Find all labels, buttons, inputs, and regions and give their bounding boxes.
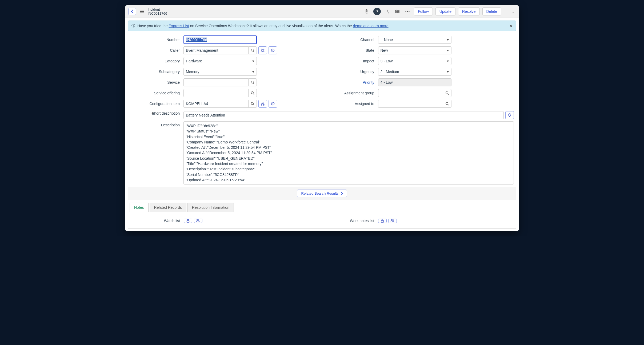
sparkle-icon[interactable] [383,8,391,15]
svg-point-26 [197,219,198,221]
svg-point-4 [407,11,408,12]
assignment-group-label: Assignment group [325,91,378,95]
description-field[interactable]: "WXP ID":"dc928e" "WXP Status":"New" "Hi… [183,121,514,184]
assigned-to-field[interactable] [378,100,443,108]
number-field[interactable]: INC0011766 [183,35,257,44]
service-offering-lookup-icon[interactable] [248,89,257,97]
form-content: ⓘ Have you tried the Express List on Ser… [125,18,519,231]
close-banner-icon[interactable]: ✕ [509,23,513,29]
form-header: Incident INC0011766 ? Follow Update Reso… [125,5,519,18]
svg-point-23 [446,92,448,94]
category-select[interactable]: Hardware [183,57,257,65]
service-offering-label: Service offering [130,91,183,95]
tab-related-records[interactable]: Related Records [150,203,186,212]
help-icon[interactable]: ? [373,8,381,15]
svg-point-24 [446,102,448,105]
express-list-link[interactable]: Express List [169,24,189,28]
svg-point-10 [263,51,264,52]
caller-tree-icon[interactable] [258,46,267,54]
impact-select[interactable]: 3 - Low [378,57,451,65]
assignment-group-field[interactable] [378,89,443,97]
ci-dependency-icon[interactable] [258,100,267,108]
svg-rect-22 [273,103,273,105]
priority-field [378,78,451,86]
next-record-icon[interactable]: ↓ [511,9,515,14]
service-field[interactable] [183,78,248,86]
related-search-button[interactable]: Related Search Results [297,190,347,197]
menu-icon[interactable] [139,10,145,13]
svg-point-6 [251,49,253,51]
record-type: Incident [148,7,167,11]
caller-info-icon[interactable] [269,46,277,54]
info-icon: ⓘ [131,23,135,28]
short-description-field[interactable] [183,111,504,119]
priority-link[interactable]: Priority [363,80,374,85]
svg-point-21 [273,103,273,103]
follow-button[interactable]: Follow [414,7,433,15]
caller-label: Caller [130,48,183,53]
resolve-button[interactable]: Resolve [458,7,480,15]
caller-field[interactable] [183,46,248,54]
settings-icon[interactable] [394,8,401,15]
svg-point-7 [261,49,262,50]
service-label: Service [130,80,183,85]
channel-select[interactable]: -- None -- [378,36,451,44]
impact-label: Impact [325,59,378,63]
tab-panel-notes: Watch list Work notes list [128,212,516,228]
number-label: Number [130,38,183,42]
header-actions: ? Follow Update Resolve Delete ↑ ↓ [363,7,515,15]
attachment-icon[interactable] [363,8,371,15]
svg-point-29 [391,219,392,221]
state-select[interactable]: New [378,46,451,54]
ci-label: Configuration item [130,102,183,106]
watch-list-lock-icon[interactable] [184,219,192,223]
related-search-bar: Related Search Results [128,187,516,200]
service-offering-field[interactable] [183,89,248,97]
svg-rect-19 [263,105,264,105]
svg-point-15 [251,92,253,94]
record-number: INC0011766 [148,11,167,15]
svg-point-8 [263,49,264,50]
svg-point-9 [261,51,262,52]
back-button[interactable] [129,8,136,15]
header-title: Incident INC0011766 [148,7,167,15]
work-notes-lock-icon[interactable] [378,219,387,223]
tab-resolution[interactable]: Resolution Information [187,203,234,212]
svg-rect-18 [261,105,262,105]
svg-point-27 [198,220,199,221]
ci-info-icon[interactable] [269,100,277,108]
svg-point-12 [273,50,273,50]
update-button[interactable]: Update [435,7,455,15]
more-icon[interactable] [404,8,411,15]
caller-lookup-icon[interactable] [248,46,257,54]
service-lookup-icon[interactable] [248,78,257,86]
assigned-to-label: Assigned to [325,102,378,106]
priority-label: Priority [325,80,378,85]
svg-point-30 [393,220,394,221]
chevron-right-icon [341,192,343,195]
watch-list-label: Watch list [130,219,184,223]
assigned-to-lookup-icon[interactable] [443,100,451,108]
svg-rect-13 [273,50,273,51]
assignment-group-lookup-icon[interactable] [443,89,451,97]
prev-record-icon[interactable]: ↑ [504,9,508,14]
ci-field[interactable] [183,100,248,108]
urgency-select[interactable]: 2 - Medium [378,68,451,76]
svg-rect-25 [187,220,189,222]
info-banner: ⓘ Have you tried the Express List on Ser… [128,21,516,31]
svg-rect-17 [262,102,263,103]
watch-list-add-icon[interactable] [194,219,202,223]
tab-notes[interactable]: Notes [130,203,149,212]
state-label: State [325,48,378,53]
subcategory-select[interactable]: Memory [183,68,257,76]
short-description-label: Short description [130,111,183,119]
suggestion-icon[interactable] [505,111,514,119]
demo-link[interactable]: demo and learn more [353,24,389,28]
svg-point-1 [398,11,399,12]
ci-lookup-icon[interactable] [248,100,257,108]
incident-form-window: Incident INC0011766 ? Follow Update Reso… [125,5,519,231]
work-notes-add-icon[interactable] [388,219,397,223]
svg-point-14 [251,81,253,83]
work-notes-list-label: Work notes list [325,219,378,223]
delete-button[interactable]: Delete [482,7,501,15]
